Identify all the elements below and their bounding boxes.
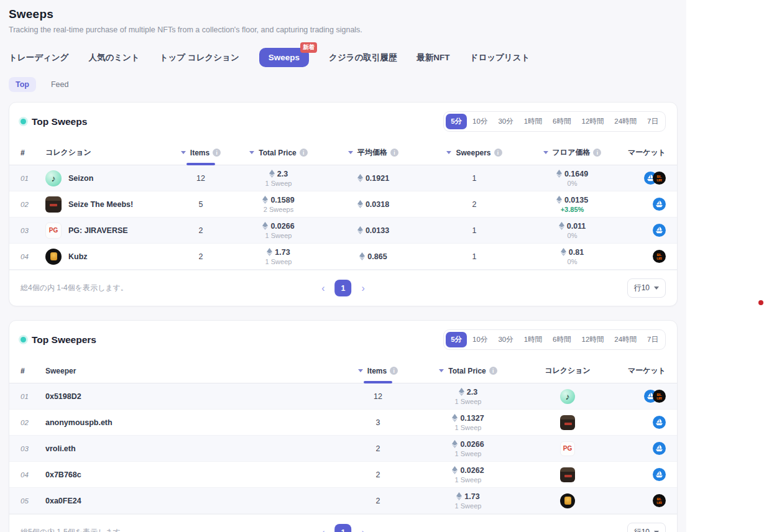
timeframe-24h[interactable]: 24時間	[609, 332, 642, 347]
floor-change: 0%	[527, 258, 617, 265]
sweeper-address[interactable]: anonymouspb.eth	[45, 418, 113, 427]
col-total-price[interactable]: Total Price i	[412, 359, 524, 383]
table-row[interactable]: 01 0x5198D2 12 2.3 1 Sweep ♪	[9, 383, 677, 410]
sweeper-address[interactable]: 0xa0FE24	[45, 497, 81, 505]
timeframe-7d[interactable]: 7日	[642, 114, 663, 129]
total-price-cell: 0.1589 2 Sweeps	[232, 196, 325, 213]
col-floor-price[interactable]: フロア価格 i	[527, 140, 617, 165]
nav-tab-popular-mints[interactable]: 人気のミント	[88, 52, 139, 63]
top-sweepers-card: Top Sweepers 5分 10分 30分 1時間 6時間 12時間 24時…	[9, 320, 678, 532]
table-row[interactable]: 03 vroli.eth 2 0.0266 1 Sweep PG	[9, 436, 677, 462]
info-icon[interactable]: i	[390, 367, 398, 375]
collection-avatar[interactable]	[560, 467, 575, 482]
timeframe-6h[interactable]: 6時間	[548, 114, 576, 129]
nav-tab-drop-list[interactable]: ドロップリスト	[470, 52, 530, 63]
avatar-glyph: PG	[49, 227, 58, 234]
timeframe-1h[interactable]: 1時間	[519, 114, 547, 129]
sweep-count: 1 Sweep	[412, 398, 524, 405]
sweeper-address[interactable]: vroli.eth	[45, 444, 76, 453]
collection-name[interactable]: Seize The Meebs!	[68, 200, 133, 209]
collection-avatar[interactable]	[560, 493, 575, 508]
nav-tab-whale-trades[interactable]: クジラの取引履歴	[329, 52, 397, 63]
collection-name[interactable]: PG: JIRAVERSE	[68, 226, 128, 235]
col-sweepers[interactable]: Sweepers i	[421, 140, 527, 165]
collection-avatar[interactable]: ♪	[560, 389, 575, 404]
timeframe-7d[interactable]: 7日	[642, 332, 663, 347]
opensea-icon[interactable]	[653, 468, 666, 481]
timeframe-30m[interactable]: 30分	[493, 332, 518, 347]
timeframe-5m[interactable]: 5分	[446, 332, 467, 347]
table-row[interactable]: 05 0xa0FE24 2 1.73 1 Sweep	[9, 488, 677, 514]
blur-icon[interactable]	[653, 250, 666, 263]
next-page-icon[interactable]: ›	[362, 528, 365, 532]
opensea-icon[interactable]	[653, 442, 666, 455]
table-row[interactable]: 01 ♪ Seizon 12 2.3 1 Sweep 0.1921 1 0.16…	[9, 165, 677, 191]
info-icon[interactable]: i	[213, 149, 221, 157]
collection-name[interactable]: Seizon	[68, 174, 93, 183]
timeframe-10m[interactable]: 10分	[467, 114, 492, 129]
sweeper-address[interactable]: 0x5198D2	[45, 392, 81, 401]
rank: 05	[21, 497, 45, 505]
prev-page-icon[interactable]: ‹	[321, 528, 324, 532]
total-price-cell: 0.0266 1 Sweep	[232, 222, 325, 239]
rows-per-page-select[interactable]: 行10	[627, 523, 666, 532]
col-total-price[interactable]: Total Price i	[232, 140, 325, 165]
current-page-button[interactable]: 1	[335, 280, 352, 296]
items-count: 2	[170, 252, 232, 261]
nav-tab-top-collections[interactable]: トップ コレクション	[160, 52, 239, 63]
nav-tab-new-nft[interactable]: 最新NFT	[417, 52, 449, 63]
table-row[interactable]: 02 anonymouspb.eth 3 0.1327 1 Sweep	[9, 410, 677, 436]
market-cell	[611, 468, 666, 481]
collection-avatar[interactable]	[560, 415, 575, 430]
timeframe-30m[interactable]: 30分	[493, 114, 518, 129]
sweep-count: 1 Sweep	[232, 258, 325, 265]
col-floor-label: フロア価格	[553, 147, 591, 158]
opensea-icon[interactable]	[653, 416, 666, 429]
avg-price-cell: 0.0133	[325, 226, 421, 235]
table-row[interactable]: 03 PG PG: JIRAVERSE 2 0.0266 1 Sweep 0.0…	[9, 218, 677, 244]
nav-tab-trading[interactable]: トレーディング	[9, 52, 68, 63]
timeframe-10m[interactable]: 10分	[467, 332, 492, 347]
top-sweepers-title-text: Top Sweepers	[32, 334, 96, 346]
table-row[interactable]: 04 0x7B768c 2 0.0262 1 Sweep	[9, 462, 677, 488]
items-count: 2	[170, 226, 232, 235]
timeframe-24h[interactable]: 24時間	[609, 114, 642, 129]
opensea-icon[interactable]	[653, 198, 666, 211]
opensea-icon[interactable]	[653, 224, 666, 237]
info-icon[interactable]: i	[390, 149, 398, 157]
timeframe-5m[interactable]: 5分	[446, 114, 467, 129]
nav-tab-sweeps[interactable]: Sweeps 新着	[259, 48, 309, 67]
rows-per-page-select[interactable]: 行10	[627, 278, 666, 298]
eth-icon	[561, 248, 566, 256]
subtab-feed[interactable]: Feed	[48, 77, 71, 92]
market-cell	[617, 250, 666, 263]
col-items[interactable]: Items i	[170, 140, 232, 165]
total-price: 0.0262	[460, 466, 484, 475]
timeframe-12h[interactable]: 12時間	[577, 332, 609, 347]
next-page-icon[interactable]: ›	[362, 283, 365, 293]
table-row[interactable]: 02 Seize The Meebs! 5 0.1589 2 Sweeps 0.…	[9, 191, 677, 218]
timeframe-6h[interactable]: 6時間	[548, 332, 576, 347]
info-icon[interactable]: i	[494, 149, 502, 157]
timeframe-1h[interactable]: 1時間	[519, 332, 547, 347]
blur-icon[interactable]	[653, 390, 666, 403]
col-items[interactable]: Items i	[344, 359, 412, 383]
current-page-button[interactable]: 1	[335, 524, 352, 532]
table-row[interactable]: 04 Kubz 2 1.73 1 Sweep 0.865 1 0.81 0%	[9, 244, 677, 270]
blur-icon[interactable]	[653, 494, 666, 507]
info-icon[interactable]: i	[593, 149, 601, 157]
info-icon[interactable]: i	[489, 367, 497, 375]
info-icon[interactable]: i	[300, 149, 308, 157]
col-avg-price[interactable]: 平均価格 i	[325, 140, 421, 165]
collection-avatar[interactable]: PG	[560, 441, 575, 456]
eth-icon	[269, 170, 275, 178]
results-summary: 総5個の内 1-5個を表示します。	[21, 527, 128, 532]
collection-name[interactable]: Kubz	[68, 252, 88, 261]
collection-cell	[524, 415, 611, 430]
subtab-top[interactable]: Top	[9, 77, 36, 92]
timeframe-12h[interactable]: 12時間	[577, 114, 609, 129]
col-avg-label: 平均価格	[357, 147, 387, 158]
blur-icon[interactable]	[653, 172, 666, 185]
prev-page-icon[interactable]: ‹	[321, 283, 324, 293]
sweeper-address[interactable]: 0x7B768c	[45, 470, 81, 479]
